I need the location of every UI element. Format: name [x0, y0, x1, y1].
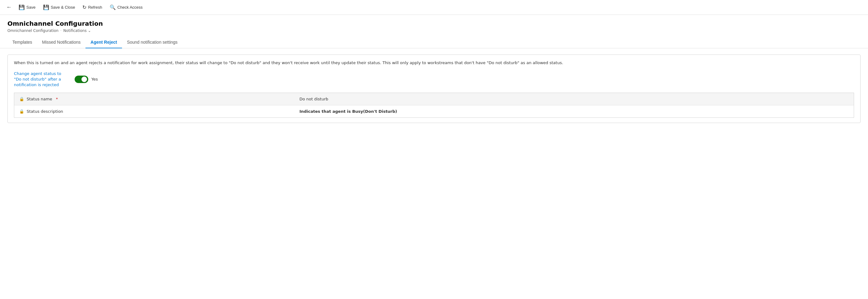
table-row: 🔒 Status name * Do not disturb — [14, 93, 854, 106]
status-description-label-cell: 🔒 Status description — [14, 106, 294, 118]
status-description-label: Status description — [27, 109, 63, 114]
toggle-row: Change agent status to "Do not disturb" … — [14, 71, 854, 88]
refresh-button[interactable]: ↻ Refresh — [79, 2, 105, 12]
status-name-value: Do not disturb — [294, 93, 854, 106]
toggle-yes-label: Yes — [91, 77, 98, 82]
back-button[interactable]: ← — [4, 2, 14, 12]
tab-sound-notification-settings[interactable]: Sound notification settings — [122, 36, 182, 48]
status-name-label: Status name — [27, 97, 52, 101]
tab-missed-notifications[interactable]: Missed Notifications — [37, 36, 86, 48]
save-button[interactable]: 💾 Save — [16, 2, 39, 12]
save-close-icon: 💾 — [43, 4, 49, 10]
toggle-control: Yes — [74, 76, 98, 83]
table-row: 🔒 Status description Indicates that agen… — [14, 106, 854, 118]
breadcrumb-root[interactable]: Omnichannel Configuration — [7, 29, 59, 33]
chevron-down-icon: ⌄ — [88, 29, 91, 33]
main-content: When this is turned on and an agent reje… — [0, 48, 868, 129]
save-close-button[interactable]: 💾 Save & Close — [40, 2, 79, 12]
status-table: 🔒 Status name * Do not disturb 🔒 — [14, 93, 854, 118]
toolbar: ← 💾 Save 💾 Save & Close ↻ Refresh 🔍 Chec… — [0, 0, 868, 15]
page-title: Omnichannel Configuration — [7, 20, 861, 27]
breadcrumb: Omnichannel Configuration · Notification… — [7, 29, 861, 33]
status-description-value: Indicates that agent is Busy(Don't Distu… — [294, 106, 854, 118]
refresh-icon: ↻ — [82, 4, 86, 10]
tab-agent-reject[interactable]: Agent Reject — [86, 36, 122, 48]
tab-templates[interactable]: Templates — [7, 36, 37, 48]
info-box: When this is turned on and an agent reje… — [7, 55, 861, 123]
lock-icon: 🔒 — [19, 109, 24, 114]
info-text: When this is turned on and an agent reje… — [14, 60, 854, 66]
page-header: Omnichannel Configuration Omnichannel Co… — [0, 15, 868, 33]
toggle-switch[interactable] — [74, 76, 88, 83]
breadcrumb-current[interactable]: Notifications ⌄ — [63, 29, 91, 33]
status-name-label-cell: 🔒 Status name * — [14, 93, 294, 106]
tabs-container: Templates Missed Notifications Agent Rej… — [0, 36, 868, 48]
check-access-icon: 🔍 — [110, 4, 116, 10]
save-icon: 💾 — [19, 4, 25, 10]
breadcrumb-separator: · — [60, 29, 62, 33]
toggle-slider — [74, 76, 88, 83]
check-access-button[interactable]: 🔍 Check Access — [106, 2, 146, 12]
required-star: * — [56, 97, 58, 101]
lock-icon: 🔒 — [19, 97, 24, 101]
toggle-label: Change agent status to "Do not disturb" … — [14, 71, 70, 88]
